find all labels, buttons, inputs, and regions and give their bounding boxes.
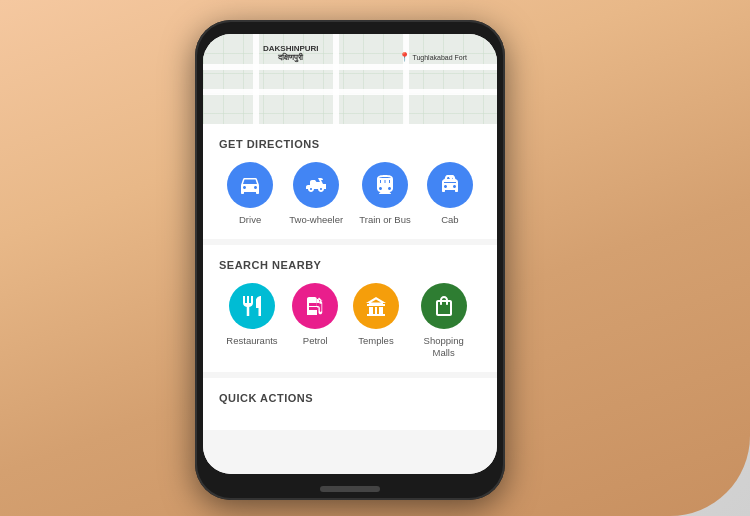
temples-label: Temples bbox=[358, 335, 393, 346]
temple-icon bbox=[364, 294, 388, 318]
shopping-malls-icon-circle bbox=[421, 283, 467, 329]
fork-knife-icon bbox=[240, 294, 264, 318]
map-road bbox=[333, 34, 339, 124]
dakshinpuri-label: DAKSHINPURI दक्षिणपुरी bbox=[263, 44, 319, 63]
fort-text: Tughlakabad Fort bbox=[412, 54, 467, 61]
two-wheeler-label: Two-wheeler bbox=[289, 214, 343, 225]
nearby-shopping-malls[interactable]: Shopping Malls bbox=[414, 283, 474, 358]
petrol-icon-circle bbox=[292, 283, 338, 329]
map-area: DAKSHINPURI दक्षिणपुरी 📍 Tughlakabad For… bbox=[203, 34, 497, 124]
phone-home-button[interactable] bbox=[320, 486, 380, 492]
nearby-temples[interactable]: Temples bbox=[353, 283, 399, 346]
phone-screen: DAKSHINPURI दक्षिणपुरी 📍 Tughlakabad For… bbox=[203, 34, 497, 474]
search-nearby-panel: SEARCH NEARBY Restaurants bbox=[203, 245, 497, 372]
train-icon bbox=[373, 173, 397, 197]
train-or-bus-label: Train or Bus bbox=[359, 214, 410, 225]
cab-icon-circle bbox=[427, 162, 473, 208]
get-directions-panel: GET DIRECTIONS Drive bbox=[203, 124, 497, 239]
map-background bbox=[203, 34, 497, 124]
fort-pin-icon: 📍 bbox=[399, 52, 410, 62]
drive-label: Drive bbox=[239, 214, 261, 225]
content-area: GET DIRECTIONS Drive bbox=[203, 124, 497, 474]
nearby-icons-row: Restaurants Petrol bbox=[219, 283, 481, 358]
motorcycle-icon bbox=[304, 173, 328, 197]
nearby-petrol[interactable]: Petrol bbox=[292, 283, 338, 346]
search-nearby-title: SEARCH NEARBY bbox=[219, 259, 481, 271]
restaurants-label: Restaurants bbox=[226, 335, 277, 346]
directions-cab[interactable]: Cab bbox=[427, 162, 473, 225]
map-road bbox=[203, 89, 497, 95]
quick-actions-panel: QUICK ACTIONS bbox=[203, 378, 497, 430]
directions-two-wheeler[interactable]: Two-wheeler bbox=[289, 162, 343, 225]
scene: DAKSHINPURI दक्षिणपुरी 📍 Tughlakabad For… bbox=[0, 0, 750, 516]
map-road bbox=[203, 64, 497, 70]
quick-actions-title: QUICK ACTIONS bbox=[219, 392, 481, 404]
get-directions-title: GET DIRECTIONS bbox=[219, 138, 481, 150]
drive-icon-circle bbox=[227, 162, 273, 208]
shopping-bag-icon bbox=[432, 294, 456, 318]
directions-icons-row: Drive Two-wheeler bbox=[219, 162, 481, 225]
directions-drive[interactable]: Drive bbox=[227, 162, 273, 225]
fort-label: 📍 Tughlakabad Fort bbox=[399, 52, 467, 62]
cab-label: Cab bbox=[441, 214, 458, 225]
phone-device: DAKSHINPURI दक्षिणपुरी 📍 Tughlakabad For… bbox=[195, 20, 505, 500]
petrol-label: Petrol bbox=[303, 335, 328, 346]
map-road bbox=[403, 34, 409, 124]
train-icon-circle bbox=[362, 162, 408, 208]
map-road bbox=[253, 34, 259, 124]
restaurants-icon-circle bbox=[229, 283, 275, 329]
fuel-icon bbox=[303, 294, 327, 318]
car-icon bbox=[238, 173, 262, 197]
taxi-icon bbox=[438, 173, 462, 197]
directions-train-or-bus[interactable]: Train or Bus bbox=[359, 162, 410, 225]
temples-icon-circle bbox=[353, 283, 399, 329]
shopping-malls-label: Shopping Malls bbox=[414, 335, 474, 358]
nearby-restaurants[interactable]: Restaurants bbox=[226, 283, 277, 346]
two-wheeler-icon-circle bbox=[293, 162, 339, 208]
